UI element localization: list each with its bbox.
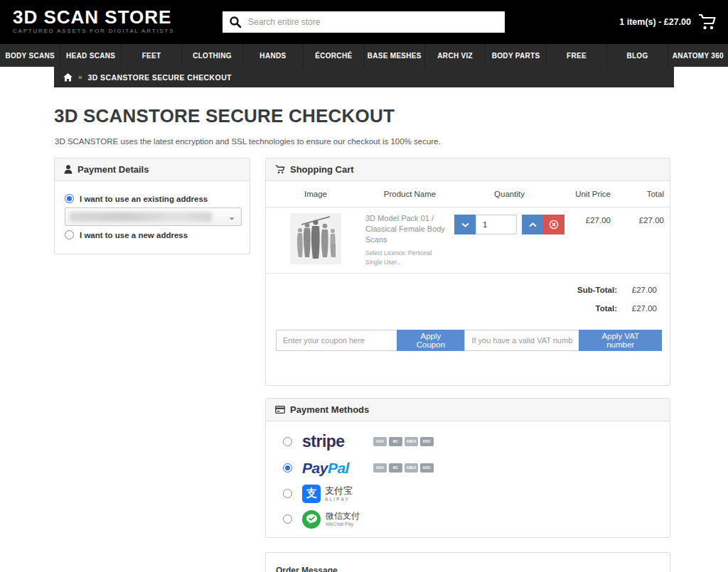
payment-methods-body: stripe VISA MC AMEX DISC PayPal VISA MC … <box>266 421 670 532</box>
stripe-logo: stripe <box>302 432 363 451</box>
alipay-icon: 支 <box>302 485 321 503</box>
nav-item-body-scans[interactable]: BODY SCANS <box>0 44 60 67</box>
nav-item-hands[interactable]: HANDS <box>242 44 303 67</box>
cart-small-icon <box>275 165 285 174</box>
home-icon[interactable] <box>63 73 73 82</box>
store-logo[interactable]: 3D SCAN STORE CAPTURED ASSETS FOR DIGITA… <box>13 7 174 34</box>
nav-item-anatomy-360[interactable]: ANATOMY 360 <box>668 44 728 67</box>
nav-item-head-scans[interactable]: HEAD SCANS <box>60 44 120 67</box>
store-logo-title: 3D SCAN STORE <box>13 7 174 27</box>
product-name-link[interactable]: 3D Model Pack 01 / Classical Female Body… <box>365 213 454 245</box>
payment-option-paypal[interactable]: PayPal VISA MC AMEX DISC <box>283 455 670 481</box>
order-message-panel: Order Message <box>265 552 670 572</box>
payment-details-title: Payment Details <box>77 164 149 175</box>
search-input[interactable] <box>248 12 505 32</box>
quantity-stepper <box>454 215 564 234</box>
quantity-increase-button[interactable] <box>522 215 543 234</box>
nav-item-blog[interactable]: BLOG <box>606 44 667 67</box>
coupon-input[interactable] <box>276 330 397 351</box>
paypal-logo-pal: Pal <box>328 460 349 476</box>
shopping-cart-header: Shopping Cart <box>266 158 670 181</box>
item-unit-price: £27.00 <box>564 213 618 225</box>
nav-item-ecorche[interactable]: ÉCORCHÉ <box>303 44 363 67</box>
wechat-radio[interactable] <box>283 514 292 524</box>
total-value: £27.00 <box>617 304 657 313</box>
new-address-radio[interactable] <box>65 230 74 239</box>
apply-coupon-button[interactable]: Apply Coupon <box>397 330 464 351</box>
wechat-icon <box>302 510 321 529</box>
subtotal-label: Sub-Total: <box>567 286 617 294</box>
quantity-decrease-button[interactable] <box>454 215 476 234</box>
col-unit-price: Unit Price <box>564 190 618 198</box>
payment-details-panel: Payment Details I want to use an existin… <box>54 158 250 254</box>
apply-vat-button[interactable]: Apply VAT number <box>579 330 662 351</box>
payment-option-stripe[interactable]: stripe VISA MC AMEX DISC <box>283 428 670 455</box>
payment-option-alipay[interactable]: 支 支付宝 ALIPAY <box>283 481 670 506</box>
cart-item-row: 3D Model Pack 01 / Classical Female Body… <box>266 207 670 274</box>
subtotal-value: £27.00 <box>617 286 657 294</box>
wechat-cn-text: 微信支付 <box>326 512 360 520</box>
top-header: 3D SCAN STORE CAPTURED ASSETS FOR DIGITA… <box>0 0 728 44</box>
vat-input[interactable] <box>464 330 579 351</box>
nav-item-arch-viz[interactable]: ARCH VIZ <box>424 44 485 67</box>
coupon-group: Apply Coupon <box>276 330 464 351</box>
address-select-blurred-value <box>70 212 212 222</box>
total-label: Total: <box>567 304 617 313</box>
col-image: Image <box>266 190 365 198</box>
cart-total-text: 1 item(s) - £27.00 <box>619 17 691 27</box>
discover-badge-icon: DISC <box>420 463 434 473</box>
page-subtitle: 3D SCANSTORE uses the latest encryption … <box>55 137 441 146</box>
main-nav: BODY SCANS HEAD SCANS FEET CLOTHING HAND… <box>0 44 728 67</box>
payment-methods-title: Payment Methods <box>290 404 369 415</box>
wechat-en-text: WeChat Pay <box>326 522 360 527</box>
cart-icon <box>698 14 717 31</box>
shopping-cart-title: Shopping Cart <box>290 164 354 175</box>
nav-item-clothing[interactable]: CLOTHING <box>181 44 242 67</box>
discover-badge-icon: DISC <box>420 437 434 446</box>
nav-item-base-meshes[interactable]: BASE MESHES <box>364 44 424 67</box>
quantity-input[interactable] <box>476 215 517 234</box>
visa-badge-icon: VISA <box>373 437 387 446</box>
payment-option-wechat[interactable]: 微信支付 WeChat Pay <box>283 506 670 532</box>
order-message-title: Order Message <box>266 553 670 572</box>
breadcrumb-separator: » <box>78 73 82 81</box>
alipay-logo: 支 支付宝 ALIPAY <box>302 485 353 503</box>
alipay-radio[interactable] <box>283 489 292 498</box>
search-icon[interactable] <box>223 11 248 33</box>
address-select[interactable]: ⌄ <box>65 207 242 226</box>
page-title: 3D SCANSTORE SECURE CHECKOUT <box>54 105 395 127</box>
col-quantity: Quantity <box>454 190 564 198</box>
new-address-label: I want to use a new address <box>80 231 188 239</box>
nav-item-feet[interactable]: FEET <box>121 44 181 67</box>
breadcrumb-current[interactable]: 3D SCANSTORE SECURE CHECKOUT <box>88 73 232 82</box>
visa-badge-icon: VISA <box>373 463 387 473</box>
header-cart-summary[interactable]: 1 item(s) - £27.00 <box>619 0 717 44</box>
existing-address-radio[interactable] <box>65 194 74 203</box>
paypal-logo-pay: Pay <box>302 460 328 476</box>
cart-totals: Sub-Total: £27.00 Total: £27.00 <box>266 281 670 318</box>
stripe-radio[interactable] <box>283 437 292 446</box>
alipay-cn-text: 支付宝 <box>325 486 353 495</box>
alipay-en-text: ALIPAY <box>325 497 353 502</box>
existing-address-option[interactable]: I want to use an existing address <box>65 194 240 203</box>
product-thumbnail[interactable] <box>290 213 341 264</box>
col-total: Total <box>618 190 671 198</box>
user-icon <box>64 165 73 174</box>
search-bar <box>223 11 505 33</box>
payment-details-body: I want to use an existing address ⌄ I wa… <box>55 181 250 252</box>
wechat-logo: 微信支付 WeChat Pay <box>302 510 360 529</box>
nav-item-free[interactable]: FREE <box>546 44 606 67</box>
amex-badge-icon: AMEX <box>405 463 418 473</box>
nav-item-body-parts[interactable]: BODY PARTS <box>485 44 545 67</box>
payment-details-header: Payment Details <box>55 158 250 181</box>
col-product-name: Product Name <box>365 190 454 198</box>
paypal-radio[interactable] <box>283 463 292 473</box>
mastercard-badge-icon: MC <box>389 463 402 473</box>
new-address-option[interactable]: I want to use a new address <box>65 230 240 239</box>
paypal-logo: PayPal <box>302 460 363 477</box>
breadcrumb: » 3D SCANSTORE SECURE CHECKOUT <box>54 67 674 87</box>
remove-item-button[interactable] <box>543 215 564 234</box>
product-licence-text: Select Licence: Personal Single User.. <box>365 249 444 267</box>
paypal-card-badges: VISA MC AMEX DISC <box>373 463 434 473</box>
cart-table-header: Image Product Name Quantity Unit Price T… <box>266 181 670 207</box>
